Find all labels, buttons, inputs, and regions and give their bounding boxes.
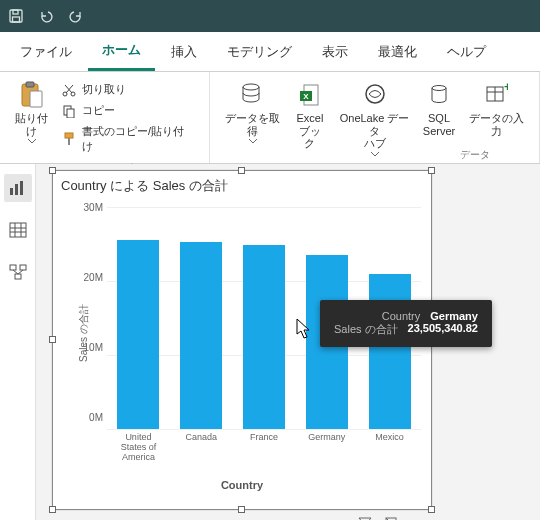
filter-button[interactable]	[357, 515, 373, 520]
svg-text:X: X	[303, 92, 309, 101]
sql-icon	[427, 80, 451, 110]
ribbon: 貼り付け 切り取り コピー 書式のコピー/貼り付け クリップボード データを	[0, 72, 540, 164]
more-button[interactable]	[409, 515, 425, 520]
bar-chart-icon	[9, 180, 27, 196]
y-axis-label: Sales の合計	[77, 304, 91, 362]
svg-line-33	[13, 270, 18, 274]
menu-help[interactable]: ヘルプ	[433, 32, 500, 71]
ribbon-group-clipboard: 貼り付け 切り取り コピー 書式のコピー/貼り付け クリップボード	[0, 72, 210, 163]
cut-button[interactable]: 切り取り	[58, 80, 199, 99]
model-icon	[9, 264, 27, 280]
focus-button[interactable]	[383, 515, 399, 520]
titlebar	[0, 0, 540, 32]
menu-modeling[interactable]: モデリング	[213, 32, 306, 71]
y-tick: 0M	[77, 412, 103, 423]
x-tick: Mexico	[363, 433, 417, 463]
svg-rect-32	[15, 274, 21, 279]
data-view-button[interactable]	[4, 216, 32, 244]
tooltip-country-value: Germany	[430, 310, 478, 322]
view-rail	[0, 164, 36, 520]
svg-rect-23	[15, 184, 18, 195]
menu-view[interactable]: 表示	[308, 32, 362, 71]
svg-rect-1	[13, 10, 18, 14]
svg-rect-22	[10, 188, 13, 195]
svg-rect-0	[10, 10, 22, 22]
menu-optimize[interactable]: 最適化	[364, 32, 431, 71]
menu-file[interactable]: ファイル	[6, 32, 86, 71]
sql-server-button[interactable]: SQL Server	[419, 76, 459, 141]
svg-rect-24	[20, 181, 23, 195]
chevron-down-icon	[371, 152, 379, 157]
tooltip-country-label: Country	[382, 310, 421, 322]
paste-icon	[19, 80, 45, 110]
svg-rect-2	[13, 17, 20, 22]
resize-handle[interactable]	[428, 167, 435, 174]
chevron-down-icon	[249, 139, 257, 144]
scissors-icon	[62, 83, 76, 97]
x-tick: Canada	[174, 433, 228, 463]
get-data-button[interactable]: データを取得	[216, 76, 290, 148]
more-icon	[410, 516, 424, 520]
resize-handle[interactable]	[49, 167, 56, 174]
resize-handle[interactable]	[238, 167, 245, 174]
copy-icon	[62, 104, 76, 118]
filter-icon	[358, 516, 372, 520]
model-view-button[interactable]	[4, 258, 32, 286]
menu-insert[interactable]: 挿入	[157, 32, 211, 71]
svg-rect-25	[10, 223, 26, 237]
x-tick: United States of America	[111, 433, 165, 463]
svg-rect-31	[20, 265, 26, 270]
report-view-button[interactable]	[4, 174, 32, 202]
svg-rect-11	[68, 138, 70, 145]
menubar: ファイル ホーム 挿入 モデリング 表示 最適化 ヘルプ	[0, 32, 540, 72]
y-tick: 20M	[77, 272, 103, 283]
save-button[interactable]	[6, 6, 26, 26]
data-group-label: データ	[460, 148, 490, 164]
y-tick: 10M	[77, 342, 103, 353]
focus-icon	[384, 516, 398, 520]
enter-data-button[interactable]: + データの入力	[459, 76, 533, 141]
tooltip-sales-value: 23,505,340.82	[408, 322, 478, 337]
table-icon	[9, 222, 27, 238]
svg-text:+: +	[504, 83, 508, 94]
format-painter-button[interactable]: 書式のコピー/貼り付け	[58, 122, 199, 156]
tooltip-sales-label: Sales の合計	[334, 322, 398, 337]
chevron-down-icon	[28, 139, 36, 144]
x-axis-label: Country	[53, 479, 431, 491]
chart-tooltip: CountryGermany Sales の合計23,505,340.82	[320, 300, 492, 347]
bar-canada[interactable]	[180, 242, 222, 429]
enter-data-icon: +	[484, 80, 508, 110]
svg-point-17	[432, 86, 446, 91]
paste-button[interactable]: 貼り付け	[6, 76, 58, 148]
resize-handle[interactable]	[49, 506, 56, 513]
visual-actions	[357, 515, 425, 520]
chart-title: Country による Sales の合計	[53, 171, 431, 195]
brush-icon	[62, 132, 76, 146]
bar-mexico[interactable]	[369, 274, 411, 429]
svg-rect-5	[30, 91, 42, 107]
bar-usa[interactable]	[117, 240, 159, 429]
bar-france[interactable]	[243, 245, 285, 429]
database-icon	[240, 80, 266, 110]
menu-home[interactable]: ホーム	[88, 32, 155, 71]
x-tick: France	[237, 433, 291, 463]
svg-rect-30	[10, 265, 16, 270]
paste-label: 貼り付け	[10, 112, 54, 137]
onelake-icon	[362, 80, 388, 110]
svg-rect-10	[65, 133, 73, 138]
redo-button[interactable]	[66, 6, 86, 26]
undo-button[interactable]	[36, 6, 56, 26]
resize-handle[interactable]	[238, 506, 245, 513]
y-tick: 30M	[77, 202, 103, 213]
excel-button[interactable]: X Excel ブック	[289, 76, 330, 154]
onelake-button[interactable]: OneLake データ ハブ	[330, 76, 418, 161]
svg-point-12	[243, 84, 259, 90]
svg-rect-9	[67, 109, 74, 118]
excel-icon: X	[298, 80, 322, 110]
ribbon-group-data: データを取得 X Excel ブック OneLake データ ハブ SQL Se…	[210, 72, 540, 163]
resize-handle[interactable]	[428, 506, 435, 513]
svg-line-34	[18, 270, 23, 274]
copy-button[interactable]: コピー	[58, 101, 199, 120]
svg-rect-4	[26, 82, 34, 87]
x-tick: Germany	[300, 433, 354, 463]
